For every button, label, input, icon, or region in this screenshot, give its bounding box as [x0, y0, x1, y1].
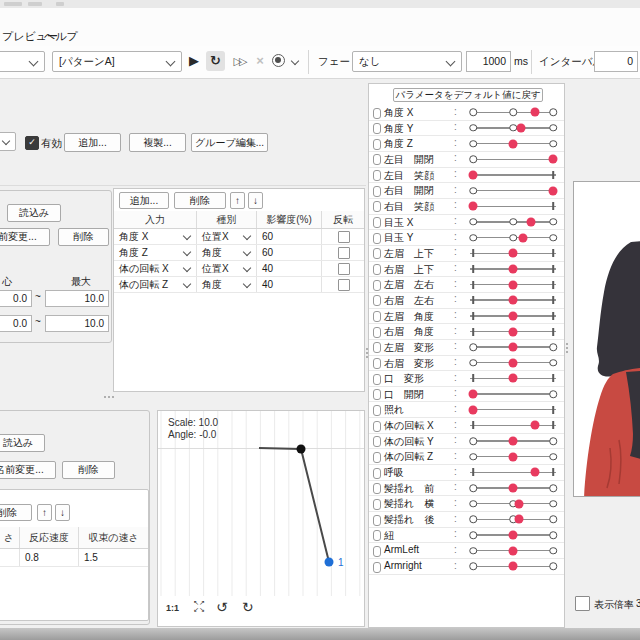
influence-cell[interactable]: 60 — [257, 229, 322, 244]
param-slider[interactable] — [473, 293, 553, 308]
load-button[interactable]: 読込み — [7, 204, 61, 222]
mapping-delete-button[interactable]: 削除 — [174, 192, 226, 209]
param-slider[interactable] — [473, 105, 553, 120]
param-pin-icon[interactable] — [373, 483, 381, 494]
invert-checkbox[interactable] — [338, 279, 350, 291]
play-button[interactable]: ▶ — [186, 51, 202, 71]
mapping-add-button[interactable]: 追加... — [119, 192, 169, 209]
param-pin-icon[interactable] — [373, 233, 381, 244]
influence-cell[interactable]: 60 — [257, 245, 322, 260]
param-pin-icon[interactable] — [373, 217, 381, 228]
move-down-button[interactable]: ↓ — [248, 192, 263, 209]
invert-checkbox[interactable] — [338, 231, 350, 243]
delete-button[interactable]: 削除 — [58, 228, 109, 246]
range2-max-input[interactable]: 10.0 — [45, 315, 109, 332]
input-select[interactable]: 角度 Z — [114, 245, 197, 260]
physics-delete-button[interactable]: 削除 — [62, 461, 115, 479]
param-slider[interactable] — [473, 434, 553, 449]
param-pin-icon[interactable] — [373, 499, 381, 510]
influence-cell[interactable]: 40 — [257, 261, 322, 276]
param-slider[interactable] — [473, 168, 553, 183]
param-pin-icon[interactable] — [373, 405, 381, 416]
param-slider[interactable] — [473, 356, 553, 371]
vertical-splitter[interactable] — [566, 343, 568, 345]
param-slider[interactable] — [473, 183, 553, 198]
horizontal-splitter[interactable] — [104, 396, 106, 398]
input-select[interactable]: 体の回転 Z — [114, 277, 197, 292]
param-slider[interactable] — [473, 152, 553, 167]
physics-up-button[interactable]: ↑ — [37, 504, 52, 521]
param-pin-icon[interactable] — [373, 562, 381, 573]
reset-parameters-button[interactable]: パラメータをデフォルト値に戻す — [393, 88, 543, 102]
center-min-input[interactable]: 0.0 — [0, 290, 32, 307]
param-pin-icon[interactable] — [373, 123, 381, 134]
param-slider[interactable] — [473, 402, 553, 417]
param-pin-icon[interactable] — [373, 530, 381, 541]
param-slider[interactable] — [473, 136, 553, 151]
undo-icon[interactable]: ↺ — [216, 599, 228, 615]
param-slider[interactable] — [473, 528, 553, 543]
param-slider[interactable] — [473, 277, 553, 292]
param-pin-icon[interactable] — [373, 170, 381, 181]
param-slider[interactable] — [473, 199, 553, 214]
add-button[interactable]: 追加... — [64, 133, 121, 152]
param-pin-icon[interactable] — [373, 154, 381, 165]
interval-input[interactable]: 0 — [594, 51, 638, 72]
param-pin-icon[interactable] — [373, 248, 381, 259]
param-slider[interactable] — [473, 371, 553, 386]
invert-checkbox[interactable] — [338, 263, 350, 275]
display-zoom-checkbox[interactable] — [575, 596, 590, 611]
param-pin-icon[interactable] — [373, 436, 381, 447]
type-select[interactable]: 角度 — [197, 245, 257, 260]
param-pin-icon[interactable] — [373, 515, 381, 526]
param-slider[interactable] — [473, 340, 553, 355]
param-slider[interactable] — [473, 465, 553, 480]
ratio-button[interactable]: 1:1 — [166, 603, 179, 613]
param-slider[interactable] — [473, 496, 553, 511]
param-pin-icon[interactable] — [373, 311, 381, 322]
param-slider[interactable] — [473, 418, 553, 433]
param-pin-icon[interactable] — [373, 546, 381, 557]
input-select[interactable]: 体の回転 X — [114, 261, 197, 276]
param-pin-icon[interactable] — [373, 280, 381, 291]
param-slider[interactable] — [473, 387, 553, 402]
input-select[interactable]: 角度 X — [114, 229, 197, 244]
param-slider[interactable] — [473, 481, 553, 496]
fit-view-icon[interactable]: ↖↗ ↙↘ — [191, 599, 207, 613]
param-pin-icon[interactable] — [373, 452, 381, 463]
physics-load-button[interactable]: 読込み — [0, 434, 45, 452]
record-button[interactable] — [272, 54, 285, 67]
param-pin-icon[interactable] — [373, 295, 381, 306]
chevron-down-icon[interactable] — [291, 57, 299, 65]
param-slider[interactable] — [473, 309, 553, 324]
influence-cell[interactable]: 40 — [257, 277, 322, 292]
physics-down-button[interactable]: ↓ — [55, 504, 70, 521]
physics-row-delete-button[interactable]: 削除 — [0, 504, 32, 521]
scene-select[interactable] — [0, 51, 45, 72]
enabled-checkbox[interactable]: ✓ — [25, 136, 39, 150]
pattern-select[interactable]: [パターンA] — [52, 51, 182, 72]
param-slider[interactable] — [473, 262, 553, 277]
param-slider[interactable] — [473, 215, 553, 230]
param-pin-icon[interactable] — [373, 358, 381, 369]
param-pin-icon[interactable] — [373, 186, 381, 197]
loop-button[interactable]: ↻ — [206, 51, 225, 71]
invert-checkbox[interactable] — [338, 247, 350, 259]
param-pin-icon[interactable] — [373, 342, 381, 353]
table-row[interactable]: 0.8 1.5 — [0, 549, 148, 567]
param-pin-icon[interactable] — [373, 468, 381, 479]
param-pin-icon[interactable] — [373, 108, 381, 119]
param-slider[interactable] — [473, 449, 553, 464]
group-edit-button[interactable]: グループ編集... — [191, 133, 268, 152]
type-select[interactable]: 位置X — [197, 261, 257, 276]
param-slider[interactable] — [473, 230, 553, 245]
param-pin-icon[interactable] — [373, 264, 381, 275]
fade-select[interactable]: なし — [352, 51, 462, 72]
param-pin-icon[interactable] — [373, 389, 381, 400]
param-slider[interactable] — [473, 559, 553, 574]
move-up-button[interactable]: ↑ — [230, 192, 245, 209]
menu-help[interactable]: ヘルプ — [38, 27, 84, 46]
group-select[interactable] — [0, 132, 16, 151]
param-pin-icon[interactable] — [373, 327, 381, 338]
param-slider[interactable] — [473, 324, 553, 339]
